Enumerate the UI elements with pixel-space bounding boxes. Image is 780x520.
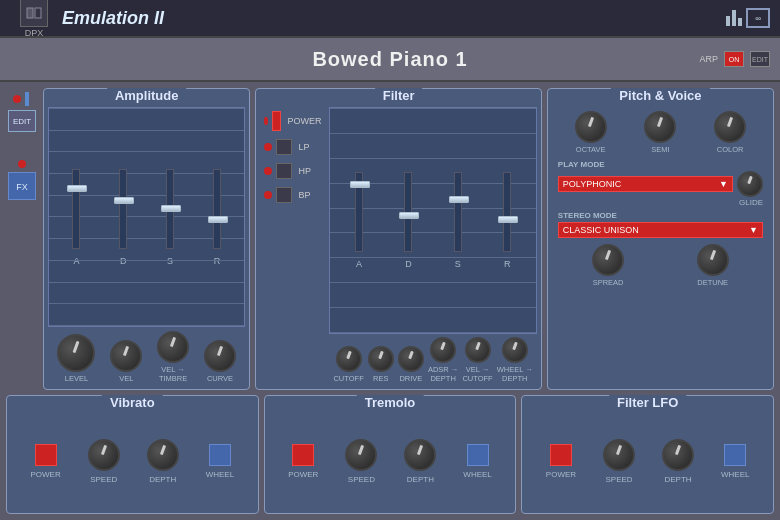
filter-lfo-title: Filter LFO [609,395,686,410]
lp-button[interactable] [276,139,292,155]
cutoff-label: CUTOFF [333,374,363,383]
vibrato-depth-item: DEPTH [147,439,179,484]
filter-lfo-power-item: POWER [546,444,576,479]
vel-knob[interactable] [110,340,142,372]
tremolo-power-button[interactable] [292,444,314,466]
bp-button[interactable] [276,187,292,203]
power-indicator [264,117,267,125]
filter-lfo-speed-label: SPEED [605,475,632,484]
glide-knob[interactable] [737,171,763,197]
semi-knob[interactable] [644,111,676,143]
arp-on-button[interactable]: ON [724,51,744,67]
stereo-mode-dropdown[interactable]: CLASSIC UNISON ▼ [558,222,763,238]
glide-label: GLIDE [558,198,763,207]
bottom-section: Vibrato POWER SPEED DEPTH WHEEL Tremolo [0,390,780,520]
tremolo-depth-item: DEPTH [404,439,436,484]
tremolo-depth-label: DEPTH [407,475,434,484]
amp-slider-d: D [119,169,127,266]
filter-panel: Filter POWER LP HP [255,88,541,390]
tremolo-wheel-item: WHEEL [463,444,491,479]
filter-lfo-wheel-button[interactable] [724,444,746,466]
hp-label: HP [298,166,311,176]
amplitude-panel: Amplitude A [43,88,250,390]
filter-lfo-depth-knob[interactable] [662,439,694,471]
pitch-voice-panel: Pitch & Voice OCTAVE SEMI COLOR PLAY MOD… [547,88,774,390]
vibrato-power-button[interactable] [35,444,57,466]
adsr-label: ADSR →DEPTH [428,365,458,383]
octave-knob[interactable] [575,111,607,143]
filter-slider-a-label: A [356,259,362,269]
drive-label: DRIVE [399,374,422,383]
cutoff-knob[interactable] [336,346,362,372]
filter-slider-s-track[interactable] [454,172,462,252]
spread-knob[interactable] [592,244,624,276]
filter-slider-d-track[interactable] [404,172,412,252]
filter-lfo-wheel-label: WHEEL [721,470,749,479]
level-knob[interactable] [57,334,95,372]
tremolo-depth-knob[interactable] [404,439,436,471]
power-button[interactable] [272,111,282,131]
hp-indicator [264,167,272,175]
amp-slider-s-label: S [167,256,173,266]
filter-slider-d: D [404,172,412,269]
pitch-bottom-knobs: SPREAD DETUNE [552,240,769,289]
amp-slider-d-label: D [120,256,127,266]
vel-cutoff-knob[interactable] [465,337,491,363]
vibrato-speed-knob[interactable] [88,439,120,471]
tremolo-power-item: POWER [288,444,318,479]
edit-button[interactable]: EDIT [8,110,36,132]
preset-name: Bowed Piano 1 [312,48,467,71]
filter-slider-a-track[interactable] [355,172,363,252]
amp-knob-vel: VEL [110,340,142,383]
adsr-depth-knob[interactable] [430,337,456,363]
filter-lfo-power-button[interactable] [550,444,572,466]
uvi-bars-icon [726,10,742,26]
spread-label: SPREAD [593,278,624,287]
amp-slider-s: S [166,169,174,266]
play-mode-dropdown[interactable]: POLYPHONIC ▼ [558,176,733,192]
amp-slider-s-track[interactable] [166,169,174,249]
app-title: Emulation II [62,8,164,29]
edit-indicator [13,95,21,103]
filter-knob-res: RES [368,346,394,383]
dpx-label: DPX [25,28,44,38]
filter-knob-vel-cutoff: VEL →CUTOFF [462,337,492,383]
tremolo-speed-knob[interactable] [345,439,377,471]
amp-slider-d-track[interactable] [119,169,127,249]
curve-knob[interactable] [204,340,236,372]
vibrato-wheel-item: WHEEL [206,444,234,479]
filter-lfo-panel: Filter LFO POWER SPEED DEPTH WHEEL [521,395,774,514]
wheel-depth-knob[interactable] [502,337,528,363]
fx-button[interactable]: FX [8,172,36,200]
vibrato-depth-knob[interactable] [147,439,179,471]
filter-slider-a: A [355,172,363,269]
vibrato-wheel-button[interactable] [209,444,231,466]
amplitude-title: Amplitude [107,88,187,103]
vel-timbre-knob[interactable] [157,331,189,363]
filter-bp-row: BP [264,187,321,203]
detune-knob[interactable] [697,244,729,276]
drive-knob[interactable] [398,346,424,372]
vibrato-power-item: POWER [30,444,60,479]
tremolo-wheel-button[interactable] [467,444,489,466]
hp-button[interactable] [276,163,292,179]
vibrato-wheel-label: WHEEL [206,470,234,479]
vibrato-controls: POWER SPEED DEPTH WHEEL [11,412,254,509]
vel-label: VEL [119,374,133,383]
vibrato-title: Vibrato [102,395,163,410]
res-knob[interactable] [368,346,394,372]
filter-lfo-speed-item: SPEED [603,439,635,484]
dpx-box[interactable] [20,0,48,27]
filter-lfo-depth-item: DEPTH [662,439,694,484]
top-bar: Bowed Piano 1 ARP ON EDIT [0,38,780,82]
amp-slider-a-track[interactable] [72,169,80,249]
filter-lfo-speed-knob[interactable] [603,439,635,471]
filter-slider-r-track[interactable] [503,172,511,252]
arp-edit-button[interactable]: EDIT [750,51,770,67]
color-knob[interactable] [714,111,746,143]
pitch-voice-title: Pitch & Voice [611,88,709,103]
play-mode-label: PLAY MODE [558,160,763,169]
vibrato-panel: Vibrato POWER SPEED DEPTH WHEEL [6,395,259,514]
res-label: RES [373,374,388,383]
amp-slider-r-track[interactable] [213,169,221,249]
